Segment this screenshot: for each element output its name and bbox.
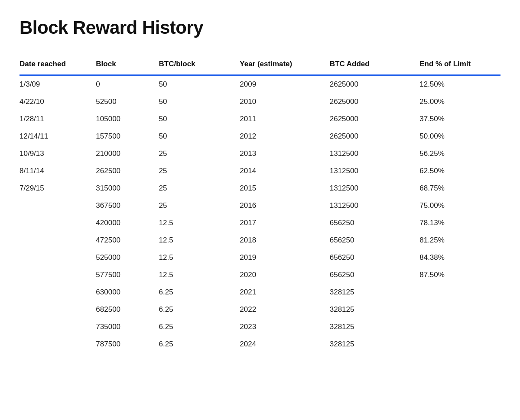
cell-block: 577500 xyxy=(96,266,159,284)
table-row: 1/28/11105000502011262500037.50% xyxy=(20,110,500,128)
cell-date xyxy=(20,232,96,249)
cell-btc_added: 328125 xyxy=(330,318,419,336)
table-row: 10/9/13210000252013131250056.25% xyxy=(20,145,500,162)
cell-end_pct: 84.38% xyxy=(419,249,500,266)
cell-date: 10/9/13 xyxy=(20,145,96,162)
col-block: Block xyxy=(96,55,159,75)
cell-btc_per_block: 12.5 xyxy=(159,249,240,266)
cell-end_pct: 12.50% xyxy=(419,75,500,94)
cell-date: 7/29/15 xyxy=(20,180,96,197)
table-row: 12/14/11157500502012262500050.00% xyxy=(20,128,500,145)
cell-end_pct: 87.50% xyxy=(419,266,500,284)
cell-end_pct: 56.25% xyxy=(419,145,500,162)
cell-block: 472500 xyxy=(96,232,159,249)
cell-date xyxy=(20,266,96,284)
cell-date xyxy=(20,301,96,318)
table-row: 47250012.5201865625081.25% xyxy=(20,232,500,249)
cell-btc_added: 328125 xyxy=(330,336,419,353)
table-row: 52500012.5201965625084.38% xyxy=(20,249,500,266)
cell-btc_per_block: 25 xyxy=(159,162,240,180)
cell-btc_added: 656250 xyxy=(330,214,419,232)
col-btc-per-block: BTC/block xyxy=(159,55,240,75)
cell-year: 2022 xyxy=(240,301,329,318)
cell-end_pct xyxy=(419,284,500,301)
cell-date xyxy=(20,197,96,214)
cell-year: 2023 xyxy=(240,318,329,336)
cell-btc_per_block: 25 xyxy=(159,145,240,162)
cell-end_pct xyxy=(419,336,500,353)
cell-year: 2010 xyxy=(240,93,329,110)
col-btc-added: BTC Added xyxy=(330,55,419,75)
cell-btc_per_block: 6.25 xyxy=(159,301,240,318)
cell-end_pct: 75.00% xyxy=(419,197,500,214)
table-row: 7350006.252023328125 xyxy=(20,318,500,336)
cell-block: 420000 xyxy=(96,214,159,232)
cell-year: 2011 xyxy=(240,110,329,128)
cell-btc_added: 2625000 xyxy=(330,75,419,94)
cell-btc_per_block: 6.25 xyxy=(159,336,240,353)
page-title: Block Reward History xyxy=(20,17,500,38)
cell-btc_added: 1312500 xyxy=(330,197,419,214)
cell-block: 787500 xyxy=(96,336,159,353)
table-row: 367500252016131250075.00% xyxy=(20,197,500,214)
cell-end_pct: 68.75% xyxy=(419,180,500,197)
cell-block: 210000 xyxy=(96,145,159,162)
block-reward-table-container: Date reached Block BTC/block Year (estim… xyxy=(20,55,500,353)
cell-end_pct: 81.25% xyxy=(419,232,500,249)
cell-btc_per_block: 12.5 xyxy=(159,266,240,284)
cell-block: 682500 xyxy=(96,301,159,318)
cell-year: 2019 xyxy=(240,249,329,266)
table-row: 1/3/090502009262500012.50% xyxy=(20,75,500,94)
cell-block: 157500 xyxy=(96,128,159,145)
cell-btc_per_block: 25 xyxy=(159,197,240,214)
cell-btc_added: 2625000 xyxy=(330,93,419,110)
cell-btc_per_block: 12.5 xyxy=(159,214,240,232)
cell-block: 630000 xyxy=(96,284,159,301)
table-header: Date reached Block BTC/block Year (estim… xyxy=(20,55,500,75)
cell-btc_per_block: 50 xyxy=(159,75,240,94)
cell-block: 525000 xyxy=(96,249,159,266)
table-row: 4/22/1052500502010262500025.00% xyxy=(20,93,500,110)
cell-btc_added: 1312500 xyxy=(330,145,419,162)
table-row: 6300006.252021328125 xyxy=(20,284,500,301)
cell-year: 2013 xyxy=(240,145,329,162)
cell-block: 52500 xyxy=(96,93,159,110)
cell-block: 367500 xyxy=(96,197,159,214)
cell-btc_added: 2625000 xyxy=(330,110,419,128)
cell-year: 2012 xyxy=(240,128,329,145)
cell-year: 2016 xyxy=(240,197,329,214)
cell-block: 735000 xyxy=(96,318,159,336)
cell-end_pct: 37.50% xyxy=(419,110,500,128)
cell-btc_per_block: 6.25 xyxy=(159,318,240,336)
cell-block: 0 xyxy=(96,75,159,94)
cell-year: 2021 xyxy=(240,284,329,301)
cell-date: 1/28/11 xyxy=(20,110,96,128)
cell-btc_added: 328125 xyxy=(330,301,419,318)
cell-end_pct: 62.50% xyxy=(419,162,500,180)
col-date-reached: Date reached xyxy=(20,55,96,75)
table-row: 42000012.5201765625078.13% xyxy=(20,214,500,232)
cell-year: 2009 xyxy=(240,75,329,94)
cell-date: 1/3/09 xyxy=(20,75,96,94)
block-reward-table: Date reached Block BTC/block Year (estim… xyxy=(20,55,500,353)
cell-end_pct: 78.13% xyxy=(419,214,500,232)
cell-block: 105000 xyxy=(96,110,159,128)
cell-year: 2015 xyxy=(240,180,329,197)
cell-date xyxy=(20,318,96,336)
cell-date: 4/22/10 xyxy=(20,93,96,110)
cell-date xyxy=(20,249,96,266)
cell-btc_per_block: 6.25 xyxy=(159,284,240,301)
cell-btc_added: 656250 xyxy=(330,232,419,249)
cell-year: 2018 xyxy=(240,232,329,249)
cell-end_pct: 50.00% xyxy=(419,128,500,145)
cell-btc_added: 2625000 xyxy=(330,128,419,145)
cell-year: 2024 xyxy=(240,336,329,353)
cell-date: 12/14/11 xyxy=(20,128,96,145)
cell-block: 315000 xyxy=(96,180,159,197)
cell-block: 262500 xyxy=(96,162,159,180)
cell-date xyxy=(20,336,96,353)
header-row: Date reached Block BTC/block Year (estim… xyxy=(20,55,500,75)
cell-end_pct: 25.00% xyxy=(419,93,500,110)
cell-btc_added: 1312500 xyxy=(330,180,419,197)
cell-btc_per_block: 50 xyxy=(159,128,240,145)
